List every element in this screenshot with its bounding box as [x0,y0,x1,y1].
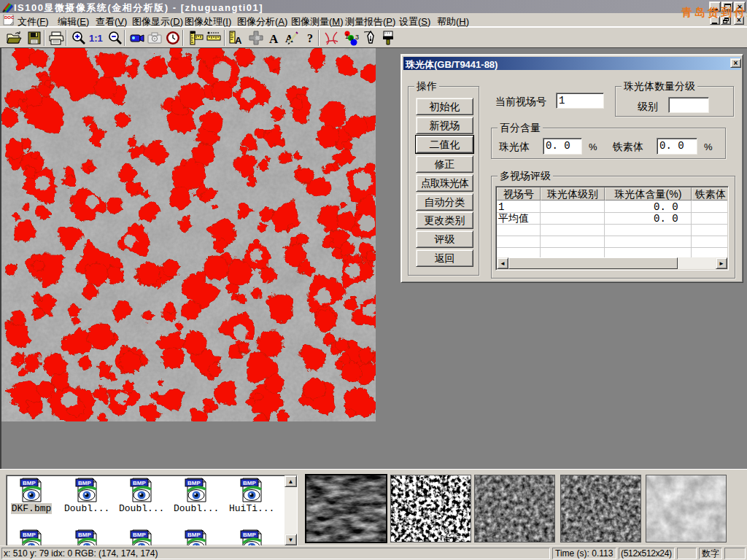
svg-text:3: 3 [355,34,359,41]
svg-text:BMP: BMP [78,532,91,538]
svg-text:BMP: BMP [78,480,91,486]
svg-text:DOC: DOC [4,15,15,20]
svg-text:a: a [349,34,353,42]
svg-text:A: A [235,35,242,46]
svg-text:BMP: BMP [133,480,146,486]
svg-text:BMP: BMP [187,480,201,486]
svg-text:1: 1 [345,33,349,40]
svg-text:BMP: BMP [187,532,201,538]
svg-text:1:1: 1:1 [89,33,103,44]
svg-text:BMP: BMP [133,532,146,538]
svg-text:A: A [269,32,279,46]
svg-text:BMP: BMP [23,532,36,538]
svg-text:BMP: BMP [243,480,256,486]
svg-text:BMP: BMP [23,480,36,486]
svg-text:?: ? [307,32,313,44]
svg-text:BMP: BMP [243,532,256,538]
